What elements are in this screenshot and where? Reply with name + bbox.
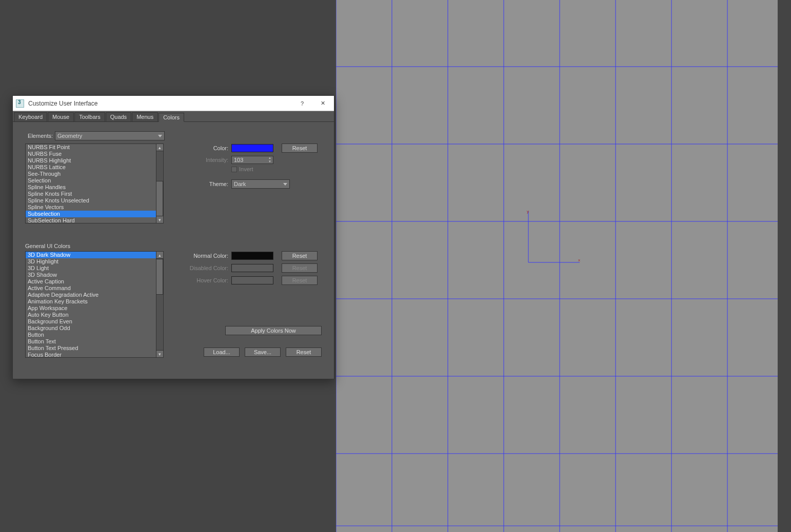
spinner-buttons[interactable]: ▲▼ <box>267 156 272 163</box>
tab-mouse[interactable]: Mouse <box>48 112 74 121</box>
normal-color-swatch[interactable] <box>231 252 273 260</box>
theme-dropdown[interactable]: Dark <box>231 179 290 189</box>
tab-menus[interactable]: Menus <box>132 112 158 121</box>
tab-keyboard[interactable]: Keyboard <box>14 112 47 121</box>
list-item[interactable]: 3D Dark Shadow <box>26 252 156 258</box>
elements-dropdown[interactable]: Geometry <box>55 131 165 140</box>
axis-label-x: x <box>578 258 580 262</box>
list-item[interactable]: NURBS Lattice <box>26 164 156 171</box>
scrollbar-thumb[interactable] <box>156 259 163 295</box>
list-item[interactable]: NURBS Fuse <box>26 151 156 157</box>
list-item[interactable]: Auto Key Button <box>26 312 156 318</box>
list-item[interactable]: App Workspace <box>26 305 156 312</box>
scroll-up-button[interactable]: ▴ <box>156 252 163 259</box>
list-item[interactable]: Background Odd <box>26 325 156 332</box>
list-item[interactable]: Spline Knots First <box>26 191 156 197</box>
general-colors-listbox[interactable]: 3D Dark Shadow 3D Highlight 3D Light 3D … <box>25 251 164 358</box>
disabled-color-swatch <box>231 264 273 272</box>
intensity-label: Intensity: <box>194 157 228 163</box>
chevron-down-icon <box>283 183 287 186</box>
scroll-up-button[interactable]: ▴ <box>156 144 163 151</box>
disabled-color-label: Disabled Color: <box>181 265 228 271</box>
app-icon <box>16 99 24 108</box>
reset-color-button[interactable]: Reset <box>282 144 318 153</box>
intensity-spinner[interactable]: 103 ▲▼ <box>231 156 273 164</box>
theme-dropdown-value: Dark <box>234 181 246 187</box>
list-item[interactable]: SubSelection Hard <box>26 217 156 224</box>
tab-toolbars[interactable]: Toolbars <box>74 112 105 121</box>
list-item[interactable]: Button <box>26 332 156 338</box>
reset-hover-button: Reset <box>282 276 318 285</box>
list-item[interactable]: Button Text Pressed <box>26 345 156 352</box>
close-icon: ✕ <box>321 100 325 107</box>
elements-listbox[interactable]: NURBS Fit Point NURBS Fuse NURBS Highlig… <box>25 144 164 223</box>
list-item[interactable]: Subselection <box>26 211 156 217</box>
list-item[interactable]: Focus Border <box>26 352 156 358</box>
scrollbar-thumb[interactable] <box>156 181 163 217</box>
list-item[interactable]: Spline Vectors <box>26 204 156 211</box>
apply-colors-button[interactable]: Apply Colors Now <box>225 326 322 335</box>
list-item[interactable]: Selection <box>26 177 156 184</box>
axis-gizmo: y x <box>527 209 580 262</box>
titlebar[interactable]: Customize User Interface ? ✕ <box>13 96 334 111</box>
normal-color-label: Normal Color: <box>181 253 228 259</box>
list-item[interactable]: NURBS Fit Point <box>26 144 156 151</box>
list-item[interactable]: 3D Highlight <box>26 258 156 265</box>
general-colors-header: General UI Colors <box>25 243 322 249</box>
hover-color-swatch <box>231 276 273 284</box>
intensity-value: 103 <box>234 157 243 163</box>
help-icon: ? <box>301 100 304 107</box>
list-item[interactable]: NURBS Highlight <box>26 157 156 164</box>
list-item[interactable]: Button Text <box>26 338 156 345</box>
dialog-title: Customize User Interface <box>28 100 97 107</box>
list-item[interactable]: 3D Shadow <box>26 272 156 278</box>
list-item[interactable]: Adaptive Degradation Active <box>26 292 156 298</box>
reset-all-button[interactable]: Reset <box>286 347 322 357</box>
help-button[interactable]: ? <box>293 96 311 111</box>
list-item[interactable]: Active Command <box>26 285 156 292</box>
customize-ui-dialog: Customize User Interface ? ✕ Keyboard Mo… <box>12 95 334 379</box>
theme-label: Theme: <box>194 181 228 187</box>
save-button[interactable]: Save... <box>245 347 281 357</box>
list-item[interactable]: Animation Key Brackets <box>26 298 156 305</box>
invert-checkbox[interactable] <box>231 167 237 172</box>
scroll-down-button[interactable]: ▾ <box>156 216 163 223</box>
list-item[interactable]: Spline Knots Unselected <box>26 197 156 204</box>
axis-label-y: y <box>527 209 529 214</box>
list-item[interactable]: Spline Handles <box>26 184 156 191</box>
list-item[interactable]: Active Caption <box>26 278 156 285</box>
viewport-grid: y x <box>336 0 778 532</box>
viewport-3d[interactable]: y x <box>336 0 778 532</box>
invert-label: Invert <box>239 166 253 172</box>
list-item[interactable]: 3D Light <box>26 265 156 272</box>
list-item[interactable]: Background Even <box>26 318 156 325</box>
reset-disabled-button: Reset <box>282 263 318 273</box>
elements-dropdown-value: Geometry <box>57 133 82 139</box>
chevron-down-icon <box>158 135 162 137</box>
scroll-down-button[interactable]: ▾ <box>156 350 163 357</box>
elements-label: Elements: <box>25 133 53 139</box>
tab-colors[interactable]: Colors <box>159 113 184 122</box>
dialog-body: Elements: Geometry NURBS Fit Point NURBS… <box>13 122 334 364</box>
load-button[interactable]: Load... <box>204 347 240 357</box>
list-item[interactable]: See-Through <box>26 171 156 177</box>
reset-normal-button[interactable]: Reset <box>282 251 318 260</box>
color-label: Color: <box>194 145 228 151</box>
tab-quads[interactable]: Quads <box>106 112 131 121</box>
hover-color-label: Hover Color: <box>181 277 228 283</box>
right-panel-strip <box>778 0 791 532</box>
close-button[interactable]: ✕ <box>311 96 334 111</box>
tab-strip: Keyboard Mouse Toolbars Quads Menus Colo… <box>13 111 334 122</box>
color-swatch[interactable] <box>231 144 273 152</box>
